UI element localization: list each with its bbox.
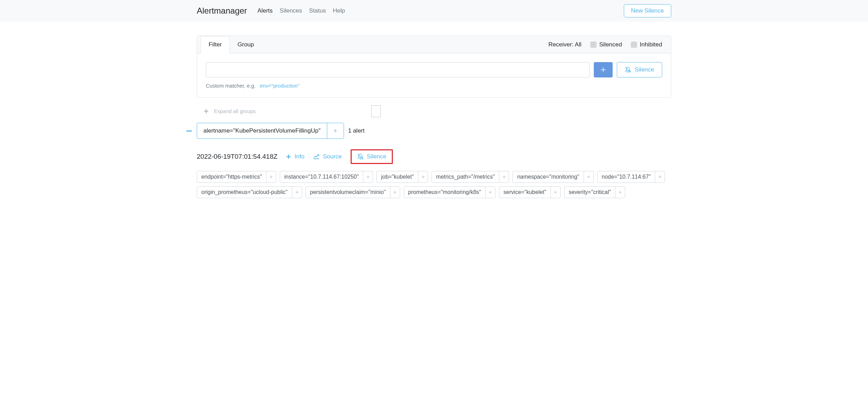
tab-group[interactable]: Group <box>230 36 262 53</box>
label-chip-text: service="kubelet" <box>499 187 551 198</box>
card-header: Filter Group Receiver: All Silenced Inhi… <box>197 36 671 53</box>
matcher-hint: Custom matcher, e.g. env="production" <box>206 83 662 89</box>
filter-card: Filter Group Receiver: All Silenced Inhi… <box>197 36 671 98</box>
silence-button-label: Silence <box>635 66 654 73</box>
label-chip-add-button[interactable] <box>584 171 593 182</box>
alert-silence-label: Silence <box>367 153 387 160</box>
nav-alerts[interactable]: Alerts <box>257 7 272 14</box>
silenced-label: Silenced <box>599 41 622 48</box>
alert-row: 2022-06-19T07:01:54.418Z Info Source Sil… <box>197 149 671 198</box>
alert-timestamp: 2022-06-19T07:01:54.418Z <box>197 153 277 160</box>
expand-all-row: Expand all groups <box>197 108 671 114</box>
receiver-label: Receiver: All <box>548 41 581 48</box>
label-chip-add-button[interactable] <box>655 171 665 182</box>
label-chip-add-button[interactable] <box>551 187 560 198</box>
main-content: Filter Group Receiver: All Silenced Inhi… <box>190 22 678 219</box>
silence-button[interactable]: Silence <box>617 62 662 77</box>
label-chip: origin_prometheus="ucloud-public" <box>197 186 302 198</box>
dotted-indicator <box>371 105 381 117</box>
label-chip: instance="10.7.114.67:10250" <box>280 171 373 183</box>
plus-icon <box>204 109 209 114</box>
navbar: Alertmanager Alerts Silences Status Help… <box>0 0 868 22</box>
nav-help[interactable]: Help <box>333 7 345 14</box>
alert-count: 1 alert <box>348 123 365 139</box>
nav-silences[interactable]: Silences <box>280 7 302 14</box>
new-silence-button[interactable]: New Silence <box>624 4 672 17</box>
label-chip-text: prometheus="monitoring/k8s" <box>404 187 485 198</box>
label-chip: namespace="monitoring" <box>512 171 593 183</box>
alert-source-label: Source <box>323 153 342 160</box>
label-chip-add-button[interactable] <box>485 187 495 198</box>
label-chip: prometheus="monitoring/k8s" <box>404 186 495 198</box>
label-chip: metrics_path="/metrics" <box>432 171 509 183</box>
label-chip-text: persistentvolumeclaim="minio" <box>306 187 390 198</box>
inhibited-label: Inhibited <box>640 41 662 48</box>
label-chip-add-button[interactable] <box>266 171 276 182</box>
label-chip-add-button[interactable] <box>390 187 400 198</box>
alert-source-button[interactable]: Source <box>313 153 342 160</box>
nav-status[interactable]: Status <box>309 7 326 14</box>
alert-group-row: alertname="KubePersistentVolumeFillingUp… <box>181 123 671 139</box>
label-chip-text: node="10.7.114.67" <box>598 171 655 182</box>
labels-row: endpoint="https-metrics"instance="10.7.1… <box>197 171 671 198</box>
label-chip: persistentvolumeclaim="minio" <box>306 186 400 198</box>
chart-icon <box>313 154 320 159</box>
plus-icon <box>286 154 291 159</box>
label-chip-text: severity="critical" <box>564 187 615 198</box>
group-tag: alertname="KubePersistentVolumeFillingUp… <box>197 123 344 139</box>
alert-info-label: Info <box>294 153 304 160</box>
label-chip-add-button[interactable] <box>418 171 428 182</box>
label-chip-text: endpoint="https-metrics" <box>197 171 266 182</box>
silenced-checkbox[interactable] <box>590 42 597 48</box>
label-chip: node="10.7.114.67" <box>597 171 665 183</box>
label-chip: severity="critical" <box>564 186 625 198</box>
expand-all-label: Expand all groups <box>214 108 256 114</box>
filter-input[interactable] <box>206 62 590 77</box>
bell-slash-icon <box>357 154 364 160</box>
label-chip-add-button[interactable] <box>363 171 373 182</box>
brand: Alertmanager <box>197 6 247 16</box>
alert-info-button[interactable]: Info <box>286 153 304 160</box>
inhibited-checkbox[interactable] <box>631 42 637 48</box>
label-chip: job="kubelet" <box>376 171 428 183</box>
label-chip-add-button[interactable] <box>615 187 625 198</box>
label-chip-text: instance="10.7.114.67:10250" <box>280 171 363 182</box>
label-chip-text: origin_prometheus="ucloud-public" <box>197 187 292 198</box>
tab-filter[interactable]: Filter <box>201 36 230 53</box>
expand-all-button[interactable]: Expand all groups <box>204 108 256 114</box>
label-chip: endpoint="https-metrics" <box>197 171 276 183</box>
label-chip: service="kubelet" <box>499 186 561 198</box>
collapse-group-button[interactable] <box>181 123 197 139</box>
group-tag-label: alertname="KubePersistentVolumeFillingUp… <box>197 123 327 139</box>
label-chip-add-button[interactable] <box>499 171 509 182</box>
label-chip-text: job="kubelet" <box>377 171 418 182</box>
label-chip-text: metrics_path="/metrics" <box>432 171 499 182</box>
minus-icon <box>186 130 192 132</box>
plus-icon <box>601 67 606 72</box>
add-matcher-button[interactable] <box>594 62 613 77</box>
alert-silence-button[interactable]: Silence <box>351 149 393 164</box>
group-tag-add-button[interactable] <box>327 123 344 139</box>
label-chip-add-button[interactable] <box>292 187 302 198</box>
label-chip-text: namespace="monitoring" <box>513 171 583 182</box>
bell-slash-icon <box>625 67 631 73</box>
